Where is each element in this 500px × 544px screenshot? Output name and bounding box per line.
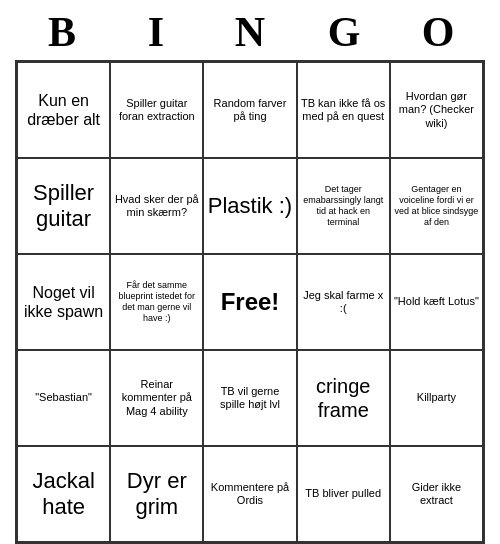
bingo-cell: Hvordan gør man? (Checker wiki) xyxy=(390,62,483,158)
bingo-cell: Kommentere på Ordis xyxy=(203,446,296,542)
bingo-cell: Plastik :) xyxy=(203,158,296,254)
bingo-cell: Jeg skal farme x :( xyxy=(297,254,390,350)
bingo-letter: I xyxy=(121,8,191,56)
bingo-cell: Reinar kommenter på Mag 4 ability xyxy=(110,350,203,446)
bingo-cell: Free! xyxy=(203,254,296,350)
bingo-cell: Noget vil ikke spawn xyxy=(17,254,110,350)
bingo-letter: N xyxy=(215,8,285,56)
bingo-cell: TB kan ikke få os med på en quest xyxy=(297,62,390,158)
bingo-cell: "Sebastian" xyxy=(17,350,110,446)
bingo-cell: Dyr er grim xyxy=(110,446,203,542)
bingo-cell: Jackal hate xyxy=(17,446,110,542)
bingo-letter: B xyxy=(27,8,97,56)
bingo-letter: G xyxy=(309,8,379,56)
bingo-cell: TB bliver pulled xyxy=(297,446,390,542)
bingo-letter: O xyxy=(403,8,473,56)
bingo-cell: Gider ikke extract xyxy=(390,446,483,542)
bingo-grid: Kun en dræber altSpiller guitar foran ex… xyxy=(15,60,485,544)
bingo-cell: Spiller guitar xyxy=(17,158,110,254)
bingo-cell: Hvad sker der på min skærm? xyxy=(110,158,203,254)
bingo-cell: Random farver på ting xyxy=(203,62,296,158)
bingo-cell: cringe frame xyxy=(297,350,390,446)
bingo-cell: Det tager emabarssingly langt tid at hac… xyxy=(297,158,390,254)
bingo-title: BINGO xyxy=(15,0,485,60)
bingo-cell: Spiller guitar foran extraction xyxy=(110,62,203,158)
bingo-cell: "Hold kæft Lotus" xyxy=(390,254,483,350)
bingo-cell: TB vil gerne spille højt lvl xyxy=(203,350,296,446)
bingo-cell: Gentager en voiceline fordi vi er ved at… xyxy=(390,158,483,254)
bingo-cell: Kun en dræber alt xyxy=(17,62,110,158)
bingo-cell: Får det samme blueprint istedet for det … xyxy=(110,254,203,350)
bingo-cell: Killparty xyxy=(390,350,483,446)
